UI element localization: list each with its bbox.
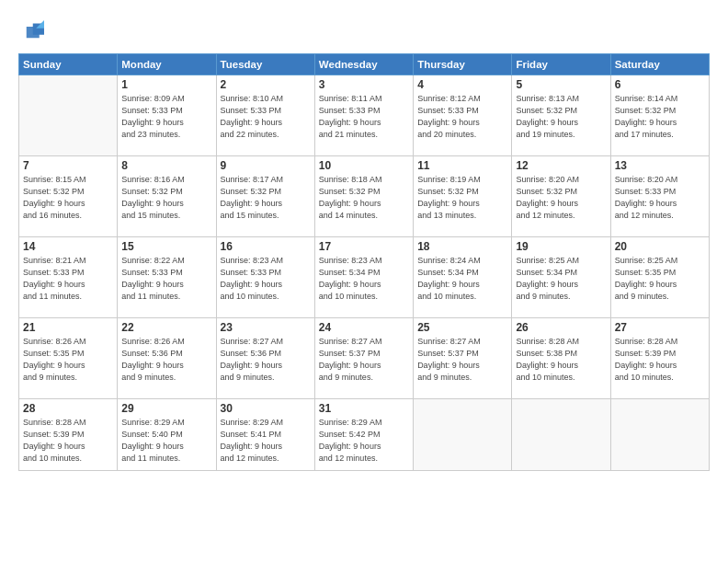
calendar-header-tuesday: Tuesday (216, 54, 314, 75)
day-number: 10 (319, 159, 409, 172)
calendar-header-wednesday: Wednesday (314, 54, 413, 75)
calendar-cell: 31Sunrise: 8:29 AM Sunset: 5:42 PM Dayli… (314, 399, 413, 471)
calendar-cell: 16Sunrise: 8:23 AM Sunset: 5:33 PM Dayli… (216, 237, 314, 318)
day-info: Sunrise: 8:28 AM Sunset: 5:39 PM Dayligh… (615, 336, 705, 384)
calendar-cell: 17Sunrise: 8:23 AM Sunset: 5:34 PM Dayli… (314, 237, 413, 318)
calendar-header-monday: Monday (118, 54, 216, 75)
calendar-header-sunday: Sunday (19, 54, 118, 75)
logo-icon (18, 20, 44, 46)
day-number: 23 (221, 321, 311, 334)
calendar-cell: 2Sunrise: 8:10 AM Sunset: 5:33 PM Daylig… (216, 75, 314, 156)
day-number: 29 (121, 402, 211, 415)
calendar-cell: 13Sunrise: 8:20 AM Sunset: 5:33 PM Dayli… (610, 156, 709, 237)
calendar-cell: 4Sunrise: 8:12 AM Sunset: 5:33 PM Daylig… (414, 75, 512, 156)
calendar-table: SundayMondayTuesdayWednesdayThursdayFrid… (18, 53, 710, 471)
calendar-cell: 14Sunrise: 8:21 AM Sunset: 5:33 PM Dayli… (19, 237, 118, 318)
calendar-cell: 8Sunrise: 8:16 AM Sunset: 5:32 PM Daylig… (118, 156, 216, 237)
day-info: Sunrise: 8:24 AM Sunset: 5:34 PM Dayligh… (417, 255, 507, 303)
calendar-cell: 10Sunrise: 8:18 AM Sunset: 5:32 PM Dayli… (314, 156, 413, 237)
day-number: 4 (417, 78, 507, 91)
calendar-cell: 7Sunrise: 8:15 AM Sunset: 5:32 PM Daylig… (19, 156, 118, 237)
calendar-cell: 27Sunrise: 8:28 AM Sunset: 5:39 PM Dayli… (610, 318, 709, 399)
calendar-cell (19, 75, 118, 156)
calendar-header-friday: Friday (512, 54, 610, 75)
day-number: 25 (417, 321, 507, 334)
calendar-cell: 19Sunrise: 8:25 AM Sunset: 5:34 PM Dayli… (512, 237, 610, 318)
logo (18, 20, 48, 46)
day-info: Sunrise: 8:16 AM Sunset: 5:32 PM Dayligh… (121, 174, 211, 222)
calendar-cell: 18Sunrise: 8:24 AM Sunset: 5:34 PM Dayli… (414, 237, 512, 318)
day-number: 19 (516, 240, 606, 253)
day-info: Sunrise: 8:29 AM Sunset: 5:42 PM Dayligh… (319, 417, 409, 465)
calendar-cell: 12Sunrise: 8:20 AM Sunset: 5:32 PM Dayli… (512, 156, 610, 237)
day-number: 3 (319, 78, 409, 91)
calendar-cell (414, 399, 512, 471)
calendar-cell: 23Sunrise: 8:27 AM Sunset: 5:36 PM Dayli… (216, 318, 314, 399)
day-info: Sunrise: 8:11 AM Sunset: 5:33 PM Dayligh… (319, 93, 409, 141)
day-number: 11 (417, 159, 507, 172)
calendar-cell: 28Sunrise: 8:28 AM Sunset: 5:39 PM Dayli… (19, 399, 118, 471)
day-info: Sunrise: 8:26 AM Sunset: 5:35 PM Dayligh… (23, 336, 113, 384)
day-info: Sunrise: 8:21 AM Sunset: 5:33 PM Dayligh… (23, 255, 113, 303)
day-number: 24 (319, 321, 409, 334)
calendar-week-3: 14Sunrise: 8:21 AM Sunset: 5:33 PM Dayli… (19, 237, 710, 318)
day-number: 22 (121, 321, 211, 334)
day-number: 16 (221, 240, 311, 253)
calendar-cell: 3Sunrise: 8:11 AM Sunset: 5:33 PM Daylig… (314, 75, 413, 156)
day-number: 31 (319, 402, 409, 415)
day-number: 27 (615, 321, 705, 334)
day-number: 13 (615, 159, 705, 172)
day-info: Sunrise: 8:18 AM Sunset: 5:32 PM Dayligh… (319, 174, 409, 222)
day-info: Sunrise: 8:12 AM Sunset: 5:33 PM Dayligh… (417, 93, 507, 141)
calendar-cell: 22Sunrise: 8:26 AM Sunset: 5:36 PM Dayli… (118, 318, 216, 399)
day-info: Sunrise: 8:25 AM Sunset: 5:35 PM Dayligh… (615, 255, 705, 303)
day-info: Sunrise: 8:25 AM Sunset: 5:34 PM Dayligh… (516, 255, 606, 303)
calendar-cell: 25Sunrise: 8:27 AM Sunset: 5:37 PM Dayli… (414, 318, 512, 399)
day-info: Sunrise: 8:23 AM Sunset: 5:34 PM Dayligh… (319, 255, 409, 303)
day-info: Sunrise: 8:27 AM Sunset: 5:36 PM Dayligh… (221, 336, 311, 384)
day-info: Sunrise: 8:09 AM Sunset: 5:33 PM Dayligh… (121, 93, 211, 141)
day-number: 30 (221, 402, 311, 415)
day-number: 28 (23, 402, 113, 415)
day-info: Sunrise: 8:14 AM Sunset: 5:32 PM Dayligh… (615, 93, 705, 141)
day-number: 1 (121, 78, 211, 91)
day-info: Sunrise: 8:15 AM Sunset: 5:32 PM Dayligh… (23, 174, 113, 222)
header (18, 17, 710, 46)
day-number: 15 (121, 240, 211, 253)
day-number: 8 (121, 159, 211, 172)
day-number: 14 (23, 240, 113, 253)
calendar-cell: 15Sunrise: 8:22 AM Sunset: 5:33 PM Dayli… (118, 237, 216, 318)
day-number: 20 (615, 240, 705, 253)
page: SundayMondayTuesdayWednesdayThursdayFrid… (0, 0, 728, 563)
calendar-cell: 20Sunrise: 8:25 AM Sunset: 5:35 PM Dayli… (610, 237, 709, 318)
calendar-week-1: 1Sunrise: 8:09 AM Sunset: 5:33 PM Daylig… (19, 75, 710, 156)
calendar-cell: 26Sunrise: 8:28 AM Sunset: 5:38 PM Dayli… (512, 318, 610, 399)
day-number: 12 (516, 159, 606, 172)
day-info: Sunrise: 8:20 AM Sunset: 5:33 PM Dayligh… (615, 174, 705, 222)
day-info: Sunrise: 8:10 AM Sunset: 5:33 PM Dayligh… (221, 93, 311, 141)
calendar-cell: 1Sunrise: 8:09 AM Sunset: 5:33 PM Daylig… (118, 75, 216, 156)
calendar-week-2: 7Sunrise: 8:15 AM Sunset: 5:32 PM Daylig… (19, 156, 710, 237)
calendar-cell (512, 399, 610, 471)
calendar-cell: 21Sunrise: 8:26 AM Sunset: 5:35 PM Dayli… (19, 318, 118, 399)
day-number: 21 (23, 321, 113, 334)
calendar-cell: 9Sunrise: 8:17 AM Sunset: 5:32 PM Daylig… (216, 156, 314, 237)
day-number: 5 (516, 78, 606, 91)
day-info: Sunrise: 8:27 AM Sunset: 5:37 PM Dayligh… (417, 336, 507, 384)
day-info: Sunrise: 8:20 AM Sunset: 5:32 PM Dayligh… (516, 174, 606, 222)
day-number: 6 (615, 78, 705, 91)
calendar-cell: 29Sunrise: 8:29 AM Sunset: 5:40 PM Dayli… (118, 399, 216, 471)
calendar-week-5: 28Sunrise: 8:28 AM Sunset: 5:39 PM Dayli… (19, 399, 710, 471)
day-info: Sunrise: 8:22 AM Sunset: 5:33 PM Dayligh… (121, 255, 211, 303)
day-number: 17 (319, 240, 409, 253)
day-info: Sunrise: 8:26 AM Sunset: 5:36 PM Dayligh… (121, 336, 211, 384)
calendar-cell: 30Sunrise: 8:29 AM Sunset: 5:41 PM Dayli… (216, 399, 314, 471)
calendar-cell: 11Sunrise: 8:19 AM Sunset: 5:32 PM Dayli… (414, 156, 512, 237)
calendar-cell: 6Sunrise: 8:14 AM Sunset: 5:32 PM Daylig… (610, 75, 709, 156)
calendar-header-saturday: Saturday (610, 54, 709, 75)
day-info: Sunrise: 8:23 AM Sunset: 5:33 PM Dayligh… (221, 255, 311, 303)
day-info: Sunrise: 8:19 AM Sunset: 5:32 PM Dayligh… (417, 174, 507, 222)
day-info: Sunrise: 8:13 AM Sunset: 5:32 PM Dayligh… (516, 93, 606, 141)
calendar-header-thursday: Thursday (414, 54, 512, 75)
day-info: Sunrise: 8:17 AM Sunset: 5:32 PM Dayligh… (221, 174, 311, 222)
